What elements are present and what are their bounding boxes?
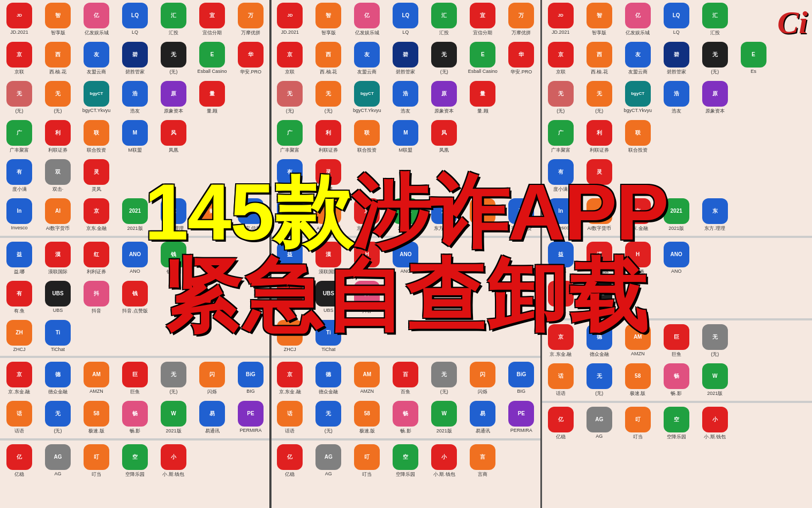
app-label: 漠联国际	[48, 268, 67, 275]
app-icon: 京	[277, 362, 303, 387]
app-label: 友盟云商	[628, 69, 648, 76]
app-icon: 抖	[84, 281, 109, 307]
app-label: 京联	[285, 69, 295, 76]
app-icon: 抖	[354, 281, 380, 307]
app-label: 蚂蚁.金版	[472, 225, 493, 232]
app-item: 宜 宜信分期	[193, 1, 231, 38]
app-label: 空降乐园	[396, 471, 415, 478]
app-label: 智享版	[592, 29, 606, 36]
app-label: 原象资本	[705, 108, 725, 115]
app-icon: 蚂	[470, 198, 495, 224]
app-icon: 广	[277, 120, 303, 146]
app-label: 巨鱼	[130, 389, 140, 395]
app-icon: 东	[161, 198, 186, 224]
app-icon: AM	[354, 362, 380, 387]
app-item: 叮 叮当	[619, 405, 657, 442]
app-icon: 京	[277, 42, 303, 68]
app-label: 德众金融	[319, 389, 338, 395]
app-item: 无 (无)	[696, 40, 734, 77]
app-label: 小.斯.钱包	[162, 471, 184, 478]
app-icon: ZH	[6, 320, 32, 346]
app-label: 利联证券	[319, 147, 338, 154]
app-icon: 风	[161, 120, 186, 146]
app-icon: 无	[431, 362, 457, 387]
app-label: 钱大利	[167, 268, 181, 275]
app-item: 亿 亿发娱乐城	[619, 1, 657, 38]
app-item: 智 智享版	[580, 1, 619, 38]
app-label: BIG	[246, 389, 255, 394]
app-item: 风 凤凰	[425, 118, 463, 155]
app-icon: 东	[431, 198, 457, 224]
app-icon: LQ	[393, 3, 418, 28]
app-label: (无)	[170, 389, 178, 395]
app-icon: PE	[238, 401, 264, 427]
app-item: AG AG	[39, 443, 77, 480]
app-label: AG	[325, 471, 332, 476]
app-label: UBS	[594, 308, 604, 313]
grid-section-2: JD JD.2021 智 智享版 亿 亿发娱乐城 LQ LQ 汇 汇投 宜 宜信…	[270, 0, 541, 508]
app-item: 无 (无)	[39, 399, 77, 436]
app-item: 亿 亿稳	[542, 405, 580, 442]
app-label: (无)	[54, 108, 62, 115]
app-item: ANO ANO	[657, 240, 696, 277]
app-label: 京联	[14, 69, 24, 76]
app-label: AG	[54, 471, 61, 476]
app-label: 东方.理理	[704, 225, 725, 232]
ci-label: Ci	[777, 4, 808, 41]
app-item: 无 (无)	[154, 360, 193, 397]
app-icon: 利	[45, 120, 71, 146]
app-icon: 京	[6, 42, 32, 68]
app-icon: 无	[277, 81, 303, 107]
app-icon: 58	[354, 401, 380, 427]
app-icon: 广	[6, 120, 32, 146]
app-label: 华安.PRO	[240, 69, 261, 76]
app-item: 京 京.东金.融	[270, 360, 309, 397]
app-label: 言商	[478, 471, 487, 478]
app-icon: 灵	[587, 159, 612, 185]
app-icon: 畅	[393, 401, 418, 427]
app-item: 闪 闪烁	[193, 360, 231, 397]
app-label: 东方.理理	[163, 225, 184, 232]
app-item: 无 (无)	[425, 40, 463, 77]
app-item: W 2021版	[425, 399, 463, 436]
app-icon: 德	[587, 324, 612, 350]
app-icon: 华	[508, 42, 534, 68]
app-icon: 联	[625, 120, 651, 146]
app-item: 京 京联	[0, 40, 39, 77]
app-icon: 2021	[393, 198, 418, 224]
app-item: 原 原象资本	[696, 79, 734, 116]
app-icon: UBS	[587, 281, 612, 307]
app-icon: 有	[6, 159, 32, 185]
app-item: 西 西.柚.花	[39, 40, 77, 77]
app-item: bgyCT bgyCT.Ykvyu	[77, 79, 116, 116]
app-label: 西.柚.花	[591, 69, 608, 76]
app-label: PERMIRA	[239, 428, 261, 433]
app-item: 闪 闪烁	[463, 360, 502, 397]
app-item: 钱 抖音.点赞版	[116, 279, 154, 316]
app-icon: M	[393, 120, 418, 146]
app-label: 有.鱼	[14, 308, 25, 315]
app-icon: 无	[315, 401, 341, 427]
app-item: 畅 畅.影	[116, 399, 154, 436]
app-label: 极速.版	[88, 428, 104, 435]
app-item: 58 极速.版	[348, 399, 386, 436]
app-icon: 小	[702, 407, 728, 432]
app-icon: 空	[664, 407, 689, 432]
app-label: Esball Casino	[468, 69, 498, 74]
app-label: 宜信分期	[202, 29, 222, 36]
app-item: 智 智享版	[309, 1, 348, 38]
app-item: 有 度小满	[270, 158, 309, 195]
app-label: 益.哪	[555, 268, 566, 275]
app-item: AM AMZN	[77, 360, 116, 397]
app-icon: Ti	[315, 320, 341, 346]
app-label: TiChat	[51, 347, 65, 352]
app-item: ZH ZHCJ	[0, 318, 39, 354]
app-icon: E	[199, 42, 225, 68]
app-icon: 有	[277, 281, 303, 307]
app-item: bgyCT bgyCT.Ykvyu	[619, 79, 657, 116]
app-item: 无 (无)	[154, 40, 193, 77]
app-label: H证券	[631, 268, 644, 275]
app-item: 东 东方.理理	[154, 197, 193, 234]
app-icon: 智	[587, 3, 612, 28]
app-icon: 原	[431, 81, 457, 107]
